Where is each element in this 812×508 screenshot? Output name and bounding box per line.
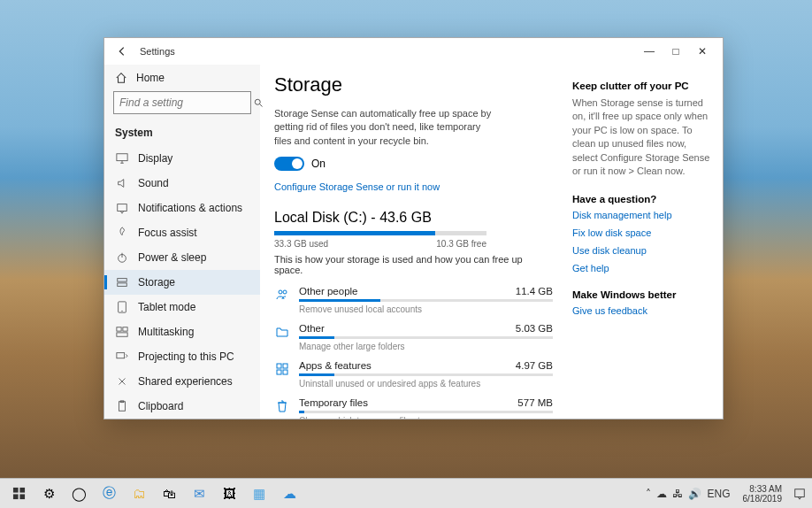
svg-point-16: [283, 290, 287, 294]
minimize-button[interactable]: —: [636, 41, 663, 62]
taskbar-edge-icon[interactable]: ⓔ: [94, 481, 124, 506]
feedback-link[interactable]: Give us feedback: [572, 305, 712, 316]
sidebar-item-projecting-to-this-pc[interactable]: Projecting to this PC: [104, 344, 260, 369]
tray-network-icon[interactable]: 🖧: [672, 488, 683, 500]
sidebar-home[interactable]: Home: [104, 65, 260, 91]
svg-rect-1: [117, 154, 127, 161]
sidebar-category-header: System: [104, 119, 260, 146]
disk-free-label: 10.3 GB free: [436, 239, 486, 249]
svg-rect-21: [12, 488, 18, 493]
svg-point-7: [121, 311, 122, 312]
category-name: Temporary files: [299, 397, 368, 408]
sidebar-item-shared-experiences[interactable]: Shared experiences: [104, 369, 260, 394]
sidebar-item-label: Tablet mode: [138, 301, 195, 313]
svg-rect-24: [19, 494, 25, 499]
sidebar-item-notifications-actions[interactable]: Notifications & actions: [104, 196, 260, 220]
sidebar-item-multitasking[interactable]: Multitasking: [104, 319, 260, 344]
category-bar: [299, 373, 553, 376]
taskbar-clock[interactable]: 8:33 AM 6/18/2019: [738, 484, 788, 504]
svg-rect-5: [118, 283, 127, 287]
help-link-disk-management-help[interactable]: Disk management help: [572, 210, 712, 220]
help-link-get-help[interactable]: Get help: [572, 263, 712, 273]
sidebar-item-label: Multitasking: [138, 326, 194, 338]
action-center-icon[interactable]: [791, 481, 808, 506]
disk-usage-bar: [274, 231, 486, 235]
category-size: 5.03 GB: [516, 323, 553, 334]
taskbar-mail-icon[interactable]: ✉: [184, 481, 214, 506]
svg-rect-8: [117, 327, 121, 331]
tray-chevron-icon[interactable]: ˄: [646, 488, 651, 500]
maximize-button[interactable]: □: [663, 41, 689, 62]
taskbar-app-icon[interactable]: ▦: [244, 481, 274, 506]
category-hint: Manage other large folders: [299, 342, 553, 351]
storage-sense-toggle[interactable]: [274, 157, 304, 171]
sidebar-item-label: Clipboard: [138, 400, 183, 412]
feedback-title: Make Windows better: [572, 289, 712, 300]
home-icon: [115, 72, 127, 84]
info-pane: Keep clutter off your PC When Storage se…: [572, 65, 723, 419]
sidebar-item-storage[interactable]: Storage: [104, 270, 260, 295]
search-box[interactable]: [113, 91, 251, 114]
taskbar-onedrive-icon[interactable]: ☁: [274, 481, 304, 506]
sidebar-item-focus-assist[interactable]: Focus assist: [104, 220, 260, 245]
tray-language[interactable]: ENG: [707, 488, 730, 500]
settings-window: Settings — □ ✕ Home Syste: [103, 37, 724, 419]
taskbar-explorer-icon[interactable]: 🗂: [124, 481, 154, 506]
taskbar-photos-icon[interactable]: 🖼: [214, 481, 244, 506]
start-button[interactable]: [4, 481, 34, 506]
sidebar-item-sound[interactable]: Sound: [104, 171, 260, 196]
storage-category-other-people[interactable]: Other people11.4 GBRemove unused local a…: [274, 286, 553, 314]
tray-volume-icon[interactable]: 🔊: [688, 488, 701, 500]
storage-category-other[interactable]: Other5.03 GBManage other large folders: [274, 323, 553, 351]
close-button[interactable]: ✕: [689, 41, 716, 62]
folder-icon: [274, 324, 290, 340]
category-size: 577 MB: [517, 397, 553, 408]
category-bar: [299, 299, 553, 302]
people-icon: [274, 287, 290, 303]
storage-category-temporary-files[interactable]: Temporary files577 MBChoose which tempor…: [274, 397, 553, 419]
disk-description: This is how your storage is used and how…: [274, 254, 553, 275]
category-hint: Remove unused local accounts: [299, 304, 553, 314]
taskbar-time: 8:33 AM: [743, 484, 783, 494]
sidebar-item-label: Shared experiences: [138, 375, 233, 388]
sidebar-item-label: Sound: [138, 177, 169, 189]
sidebar-item-clipboard[interactable]: Clipboard: [104, 394, 260, 419]
tip-title: Keep clutter off your PC: [572, 81, 712, 91]
category-bar: [299, 411, 553, 413]
help-link-use-disk-cleanup[interactable]: Use disk cleanup: [572, 245, 712, 256]
question-title: Have a question?: [572, 194, 712, 204]
svg-rect-10: [117, 333, 127, 336]
storage-category-apps-features[interactable]: Apps & features4.97 GBUninstall unused o…: [274, 360, 553, 389]
tray-onedrive-icon[interactable]: ☁: [656, 488, 667, 500]
svg-rect-19: [277, 370, 281, 374]
clipboard-icon: [115, 400, 129, 412]
back-button[interactable]: [111, 41, 133, 62]
sidebar-item-power-sleep[interactable]: Power & sleep: [104, 245, 260, 270]
shared-icon: [115, 375, 129, 388]
tip-description: When Storage sense is turned on, it'll f…: [572, 96, 712, 178]
svg-rect-2: [118, 204, 127, 212]
category-bar: [299, 336, 553, 339]
taskbar-settings-icon[interactable]: ⚙: [34, 481, 64, 506]
category-size: 11.4 GB: [516, 286, 553, 296]
svg-rect-17: [277, 364, 281, 368]
taskbar-cortana-icon[interactable]: ◯: [64, 481, 94, 506]
sound-icon: [115, 177, 129, 189]
svg-rect-9: [123, 327, 127, 331]
svg-rect-22: [19, 488, 25, 493]
sidebar-home-label: Home: [136, 72, 165, 84]
multitask-icon: [115, 326, 129, 338]
sidebar-item-label: Display: [138, 152, 172, 165]
disk-title: Local Disk (C:) - 43.6 GB: [274, 210, 553, 226]
sidebar-item-display[interactable]: Display: [104, 146, 260, 171]
search-input[interactable]: [119, 96, 253, 109]
disk-used-label: 33.3 GB used: [274, 239, 328, 249]
taskbar-store-icon[interactable]: 🛍: [154, 481, 184, 506]
help-link-fix-low-disk-space[interactable]: Fix low disk space: [572, 227, 712, 238]
configure-storage-sense-link[interactable]: Configure Storage Sense or run it now: [274, 181, 440, 192]
storage-icon: [115, 276, 129, 289]
notifications-icon: [115, 202, 129, 214]
project-icon: [115, 350, 129, 363]
sidebar-item-tablet-mode[interactable]: Tablet mode: [104, 295, 260, 319]
power-icon: [115, 251, 129, 264]
